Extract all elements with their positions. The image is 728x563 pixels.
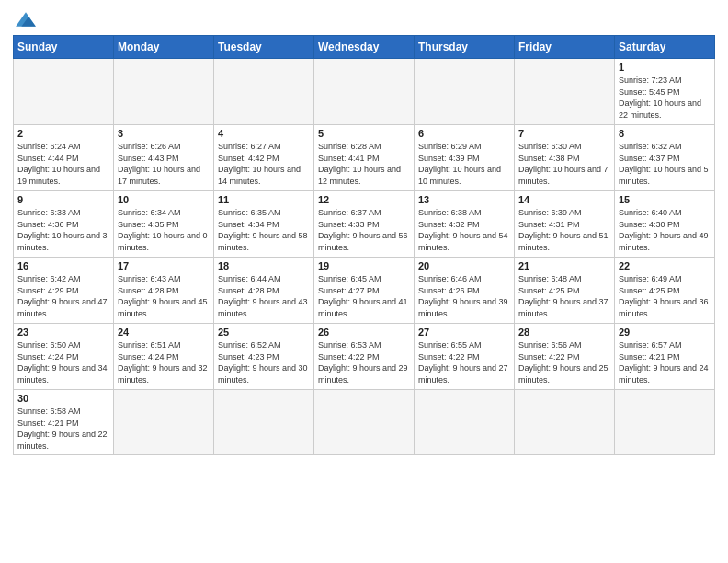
- day-number: 15: [619, 194, 711, 205]
- calendar-cell: 16Sunrise: 6:42 AM Sunset: 4:29 PM Dayli…: [14, 258, 114, 324]
- day-number: 10: [118, 194, 210, 205]
- day-number: 19: [318, 260, 410, 271]
- calendar-cell: [314, 390, 415, 455]
- calendar-cell: 19Sunrise: 6:45 AM Sunset: 4:27 PM Dayli…: [314, 258, 415, 324]
- calendar-cell: 26Sunrise: 6:53 AM Sunset: 4:22 PM Dayli…: [314, 324, 415, 390]
- header: [13, 9, 715, 29]
- calendar-cell: 11Sunrise: 6:35 AM Sunset: 4:34 PM Dayli…: [214, 191, 314, 258]
- calendar-week-5: 30Sunrise: 6:58 AM Sunset: 4:21 PM Dayli…: [14, 390, 715, 455]
- weekday-header-saturday: Saturday: [615, 36, 715, 59]
- calendar-cell: 18Sunrise: 6:44 AM Sunset: 4:28 PM Dayli…: [214, 258, 314, 324]
- day-info: Sunrise: 6:53 AM Sunset: 4:22 PM Dayligh…: [318, 339, 410, 385]
- day-info: Sunrise: 6:34 AM Sunset: 4:35 PM Dayligh…: [118, 207, 210, 253]
- day-number: 20: [418, 260, 510, 271]
- day-number: 16: [17, 260, 109, 271]
- calendar-cell: [214, 59, 314, 125]
- calendar-cell: [415, 59, 515, 125]
- day-number: 14: [518, 194, 610, 205]
- day-info: Sunrise: 6:56 AM Sunset: 4:22 PM Dayligh…: [518, 339, 610, 385]
- day-number: 11: [218, 194, 310, 205]
- calendar-cell: 21Sunrise: 6:48 AM Sunset: 4:25 PM Dayli…: [515, 258, 615, 324]
- day-number: 17: [118, 260, 210, 271]
- day-info: Sunrise: 6:46 AM Sunset: 4:26 PM Dayligh…: [418, 273, 510, 319]
- day-info: Sunrise: 6:24 AM Sunset: 4:44 PM Dayligh…: [17, 141, 109, 187]
- calendar-cell: 2Sunrise: 6:24 AM Sunset: 4:44 PM Daylig…: [14, 125, 114, 191]
- calendar-cell: 27Sunrise: 6:55 AM Sunset: 4:22 PM Dayli…: [415, 324, 515, 390]
- weekday-header-thursday: Thursday: [415, 36, 515, 59]
- calendar-cell: [314, 59, 415, 125]
- calendar-cell: [14, 59, 114, 125]
- day-number: 21: [518, 260, 610, 271]
- calendar-cell: 4Sunrise: 6:27 AM Sunset: 4:42 PM Daylig…: [214, 125, 314, 191]
- calendar-cell: [114, 390, 214, 455]
- weekday-header-monday: Monday: [114, 36, 214, 59]
- calendar-cell: 25Sunrise: 6:52 AM Sunset: 4:23 PM Dayli…: [214, 324, 314, 390]
- day-info: Sunrise: 6:51 AM Sunset: 4:24 PM Dayligh…: [118, 339, 210, 385]
- day-info: Sunrise: 6:35 AM Sunset: 4:34 PM Dayligh…: [218, 207, 310, 253]
- day-info: Sunrise: 6:49 AM Sunset: 4:25 PM Dayligh…: [619, 273, 711, 319]
- day-info: Sunrise: 6:57 AM Sunset: 4:21 PM Dayligh…: [619, 339, 711, 385]
- calendar-table: SundayMondayTuesdayWednesdayThursdayFrid…: [13, 35, 715, 455]
- day-number: 29: [619, 327, 711, 338]
- calendar-cell: 17Sunrise: 6:43 AM Sunset: 4:28 PM Dayli…: [114, 258, 214, 324]
- page: SundayMondayTuesdayWednesdayThursdayFrid…: [0, 0, 728, 563]
- calendar-cell: 30Sunrise: 6:58 AM Sunset: 4:21 PM Dayli…: [14, 390, 114, 455]
- calendar-week-1: 2Sunrise: 6:24 AM Sunset: 4:44 PM Daylig…: [14, 125, 715, 191]
- calendar-cell: [415, 390, 515, 455]
- day-info: Sunrise: 6:45 AM Sunset: 4:27 PM Dayligh…: [318, 273, 410, 319]
- logo: [13, 9, 42, 29]
- day-info: Sunrise: 6:55 AM Sunset: 4:22 PM Dayligh…: [418, 339, 510, 385]
- calendar-cell: 14Sunrise: 6:39 AM Sunset: 4:31 PM Dayli…: [515, 191, 615, 258]
- calendar-cell: 7Sunrise: 6:30 AM Sunset: 4:38 PM Daylig…: [515, 125, 615, 191]
- logo-icon: [13, 9, 39, 29]
- calendar-cell: 8Sunrise: 6:32 AM Sunset: 4:37 PM Daylig…: [615, 125, 715, 191]
- calendar-cell: 1Sunrise: 7:23 AM Sunset: 5:45 PM Daylig…: [615, 59, 715, 125]
- day-info: Sunrise: 6:33 AM Sunset: 4:36 PM Dayligh…: [17, 207, 109, 253]
- calendar-week-0: 1Sunrise: 7:23 AM Sunset: 5:45 PM Daylig…: [14, 59, 715, 125]
- weekday-header-sunday: Sunday: [14, 36, 114, 59]
- day-number: 25: [218, 327, 310, 338]
- calendar-cell: 20Sunrise: 6:46 AM Sunset: 4:26 PM Dayli…: [415, 258, 515, 324]
- calendar-cell: [515, 390, 615, 455]
- day-number: 5: [318, 128, 410, 139]
- calendar-cell: [615, 390, 715, 455]
- day-info: Sunrise: 6:44 AM Sunset: 4:28 PM Dayligh…: [218, 273, 310, 319]
- calendar-cell: 29Sunrise: 6:57 AM Sunset: 4:21 PM Dayli…: [615, 324, 715, 390]
- weekday-header-friday: Friday: [515, 36, 615, 59]
- day-number: 22: [619, 260, 711, 271]
- day-info: Sunrise: 6:39 AM Sunset: 4:31 PM Dayligh…: [518, 207, 610, 253]
- day-number: 8: [619, 128, 711, 139]
- day-number: 28: [518, 327, 610, 338]
- calendar-cell: [114, 59, 214, 125]
- calendar-week-4: 23Sunrise: 6:50 AM Sunset: 4:24 PM Dayli…: [14, 324, 715, 390]
- calendar-cell: 13Sunrise: 6:38 AM Sunset: 4:32 PM Dayli…: [415, 191, 515, 258]
- weekday-header-wednesday: Wednesday: [314, 36, 415, 59]
- day-info: Sunrise: 6:52 AM Sunset: 4:23 PM Dayligh…: [218, 339, 310, 385]
- calendar-cell: 15Sunrise: 6:40 AM Sunset: 4:30 PM Dayli…: [615, 191, 715, 258]
- day-number: 4: [218, 128, 310, 139]
- day-number: 13: [418, 194, 510, 205]
- day-number: 1: [619, 62, 711, 73]
- calendar-cell: 9Sunrise: 6:33 AM Sunset: 4:36 PM Daylig…: [14, 191, 114, 258]
- day-info: Sunrise: 6:43 AM Sunset: 4:28 PM Dayligh…: [118, 273, 210, 319]
- day-number: 3: [118, 128, 210, 139]
- day-info: Sunrise: 6:58 AM Sunset: 4:21 PM Dayligh…: [17, 406, 109, 452]
- calendar-cell: 10Sunrise: 6:34 AM Sunset: 4:35 PM Dayli…: [114, 191, 214, 258]
- day-number: 26: [318, 327, 410, 338]
- calendar-week-3: 16Sunrise: 6:42 AM Sunset: 4:29 PM Dayli…: [14, 258, 715, 324]
- day-info: Sunrise: 6:26 AM Sunset: 4:43 PM Dayligh…: [118, 141, 210, 187]
- calendar-cell: [214, 390, 314, 455]
- day-info: Sunrise: 7:23 AM Sunset: 5:45 PM Dayligh…: [619, 75, 711, 121]
- day-info: Sunrise: 6:29 AM Sunset: 4:39 PM Dayligh…: [418, 141, 510, 187]
- day-info: Sunrise: 6:32 AM Sunset: 4:37 PM Dayligh…: [619, 141, 711, 187]
- calendar-cell: 28Sunrise: 6:56 AM Sunset: 4:22 PM Dayli…: [515, 324, 615, 390]
- calendar-week-2: 9Sunrise: 6:33 AM Sunset: 4:36 PM Daylig…: [14, 191, 715, 258]
- day-number: 18: [218, 260, 310, 271]
- calendar-cell: 12Sunrise: 6:37 AM Sunset: 4:33 PM Dayli…: [314, 191, 415, 258]
- day-number: 30: [17, 393, 109, 404]
- day-info: Sunrise: 6:30 AM Sunset: 4:38 PM Dayligh…: [518, 141, 610, 187]
- day-number: 23: [17, 327, 109, 338]
- calendar-cell: 24Sunrise: 6:51 AM Sunset: 4:24 PM Dayli…: [114, 324, 214, 390]
- day-info: Sunrise: 6:40 AM Sunset: 4:30 PM Dayligh…: [619, 207, 711, 253]
- day-info: Sunrise: 6:38 AM Sunset: 4:32 PM Dayligh…: [418, 207, 510, 253]
